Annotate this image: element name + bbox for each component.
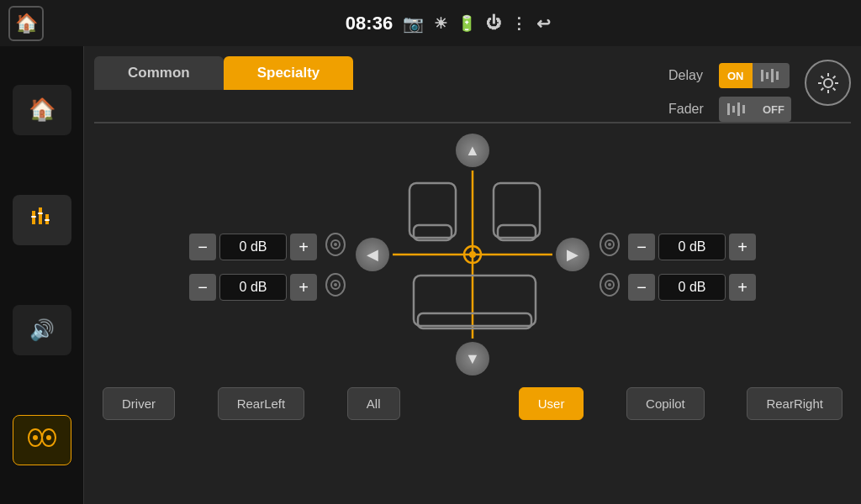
- delay-fader-controls: Delay ON: [668, 63, 791, 122]
- tab-bar: Common Specialty: [94, 56, 353, 90]
- tab-common[interactable]: Common: [94, 56, 224, 90]
- top-right-db-value: 0 dB: [658, 234, 726, 260]
- sidebar-item-home[interactable]: 🏠: [13, 85, 71, 135]
- top-right-db-row: − 0 dB +: [594, 233, 756, 261]
- svg-rect-10: [761, 70, 763, 81]
- delay-label: Delay: [668, 68, 710, 83]
- user-button[interactable]: User: [519, 387, 584, 420]
- menu-icon: ⋮: [511, 14, 526, 33]
- bottom-right-minus-btn[interactable]: −: [628, 274, 655, 301]
- home-button[interactable]: 🏠: [8, 6, 44, 41]
- copilot-button[interactable]: Copilot: [626, 387, 705, 420]
- back-icon: ↩: [536, 13, 551, 34]
- bottom-left-minus-btn[interactable]: −: [189, 274, 216, 301]
- svg-rect-3: [31, 216, 36, 218]
- delay-lines-icon: [753, 63, 790, 88]
- svg-rect-31: [494, 183, 540, 238]
- time-display: 08:36: [346, 13, 393, 34]
- speaker-top-left-icon: [324, 233, 347, 261]
- arrow-down-btn[interactable]: ▼: [456, 342, 489, 375]
- content-area: Common Specialty Delay ON: [84, 46, 861, 504]
- status-bar: 🏠 08:36 📷 ☀ 🔋 ⏻ ⋮ ↩: [0, 0, 861, 46]
- arrow-up-btn[interactable]: ▲: [456, 134, 489, 167]
- svg-rect-12: [771, 69, 774, 82]
- arrow-right-btn[interactable]: ▶: [556, 238, 589, 271]
- tab-specialty[interactable]: Specialty: [224, 56, 354, 90]
- svg-point-9: [46, 435, 51, 440]
- speaker-bottom-left-icon: [324, 273, 347, 302]
- fader-label: Fader: [668, 102, 710, 117]
- svg-point-18: [824, 79, 832, 87]
- svg-rect-17: [742, 105, 745, 113]
- bottom-left-db-value: 0 dB: [219, 274, 287, 301]
- all-button[interactable]: All: [347, 387, 400, 420]
- left-db-panel: − 0 dB + − 0 dB +: [189, 207, 351, 302]
- sidebar-item-speaker[interactable]: [13, 415, 71, 465]
- svg-point-8: [33, 435, 38, 440]
- top-left-minus-btn[interactable]: −: [189, 234, 216, 260]
- brightness-icon: ☀: [434, 14, 447, 33]
- home-icon: 🏠: [15, 13, 38, 34]
- driver-button[interactable]: Driver: [103, 387, 175, 420]
- bottom-row: Driver RearLeft All User Copilot RearRig…: [94, 387, 851, 420]
- sidebar-item-volume[interactable]: 🔊: [13, 305, 71, 355]
- fader-toggle[interactable]: OFF: [719, 97, 791, 122]
- top-left-db-row: − 0 dB +: [189, 233, 351, 261]
- svg-rect-4: [38, 213, 43, 214]
- seat-diagram: [393, 171, 552, 339]
- svg-point-40: [608, 283, 611, 286]
- svg-rect-29: [409, 183, 456, 238]
- equalizer-icon: [29, 204, 55, 236]
- svg-rect-5: [45, 219, 50, 221]
- speaker-icon: [27, 423, 57, 458]
- arrow-left-btn[interactable]: ◀: [356, 238, 389, 271]
- bottom-right-db-row: − 0 dB +: [594, 273, 756, 302]
- delay-on-state: ON: [719, 63, 753, 88]
- svg-point-28: [469, 251, 476, 258]
- top-left-plus-btn[interactable]: +: [290, 234, 317, 260]
- svg-point-21: [334, 243, 337, 246]
- main-layout: 🏠 🔊: [0, 46, 861, 504]
- svg-rect-15: [732, 106, 735, 113]
- delay-toggle[interactable]: ON: [719, 63, 790, 88]
- sidebar: 🏠 🔊: [0, 46, 84, 504]
- speaker-bottom-right-icon: [598, 273, 621, 302]
- power-icon: ⏻: [486, 14, 501, 32]
- speaker-top-right-icon: [598, 233, 621, 261]
- settings-button[interactable]: [805, 60, 851, 106]
- fader-off-state: OFF: [756, 97, 791, 122]
- svg-point-37: [608, 243, 611, 246]
- svg-rect-1: [39, 207, 42, 224]
- right-db-panel: − 0 dB + − 0 dB +: [594, 207, 756, 302]
- svg-point-24: [334, 283, 337, 286]
- svg-rect-16: [737, 102, 740, 116]
- bottom-right-plus-btn[interactable]: +: [729, 274, 756, 301]
- bottom-left-plus-btn[interactable]: +: [290, 274, 317, 301]
- battery-icon: 🔋: [457, 14, 476, 33]
- rear-left-button[interactable]: RearLeft: [218, 387, 305, 420]
- home-sidebar-icon: 🏠: [29, 97, 55, 123]
- fader-lines-icon: [719, 97, 756, 122]
- top-right-plus-btn[interactable]: +: [729, 234, 756, 260]
- svg-rect-11: [766, 72, 769, 79]
- svg-rect-13: [776, 71, 779, 80]
- camera-icon: 📷: [403, 13, 424, 34]
- top-right-minus-btn[interactable]: −: [628, 234, 655, 260]
- rear-right-button[interactable]: RearRight: [747, 387, 843, 420]
- top-left-db-value: 0 dB: [219, 234, 287, 260]
- bottom-right-db-value: 0 dB: [658, 274, 726, 301]
- bottom-left-db-row: − 0 dB +: [189, 273, 351, 302]
- svg-rect-33: [414, 276, 536, 326]
- volume-icon: 🔊: [29, 318, 55, 342]
- sidebar-item-equalizer[interactable]: [13, 195, 71, 245]
- svg-rect-14: [727, 103, 730, 115]
